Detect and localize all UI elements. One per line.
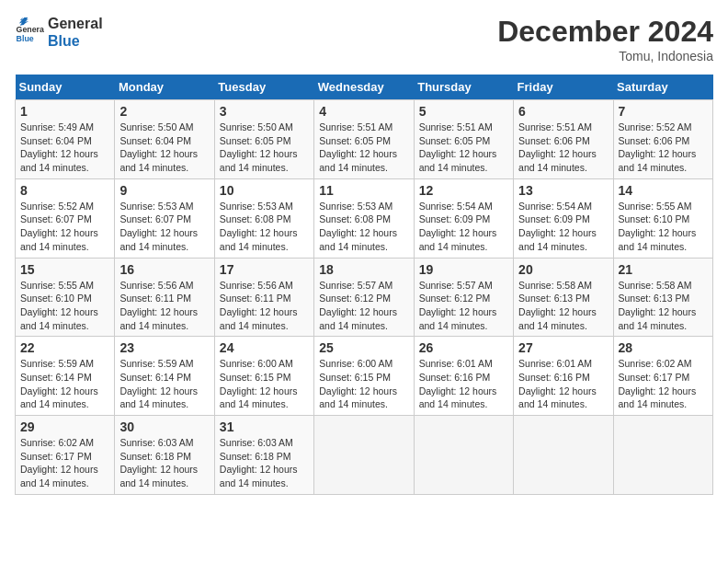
day-number: 4 xyxy=(319,104,408,119)
day-info: Sunrise: 6:03 AM Sunset: 6:18 PM Dayligh… xyxy=(220,436,309,490)
logo-text-general: General xyxy=(48,15,103,32)
day-info: Sunrise: 6:00 AM Sunset: 6:15 PM Dayligh… xyxy=(220,357,309,411)
calendar-cell: 30Sunrise: 6:03 AM Sunset: 6:18 PM Dayli… xyxy=(115,416,214,495)
calendar-cell: 8Sunrise: 5:52 AM Sunset: 6:07 PM Daylig… xyxy=(16,178,115,258)
day-number: 6 xyxy=(518,104,608,119)
calendar-cell: 29Sunrise: 6:02 AM Sunset: 6:17 PM Dayli… xyxy=(16,416,115,495)
day-number: 16 xyxy=(119,262,209,277)
day-info: Sunrise: 5:56 AM Sunset: 6:11 PM Dayligh… xyxy=(220,279,309,333)
day-number: 31 xyxy=(220,419,309,434)
day-info: Sunrise: 5:54 AM Sunset: 6:09 PM Dayligh… xyxy=(419,200,508,254)
day-number: 1 xyxy=(20,104,109,119)
calendar-week-2: 8Sunrise: 5:52 AM Sunset: 6:07 PM Daylig… xyxy=(16,178,713,258)
calendar-cell: 3Sunrise: 5:50 AM Sunset: 6:05 PM Daylig… xyxy=(214,100,313,179)
day-info: Sunrise: 5:55 AM Sunset: 6:10 PM Dayligh… xyxy=(20,279,109,333)
day-info: Sunrise: 6:02 AM Sunset: 6:17 PM Dayligh… xyxy=(20,436,109,490)
calendar-cell xyxy=(514,416,613,495)
calendar-cell: 28Sunrise: 6:02 AM Sunset: 6:17 PM Dayli… xyxy=(613,337,712,416)
day-info: Sunrise: 5:51 AM Sunset: 6:05 PM Dayligh… xyxy=(419,121,508,175)
calendar-cell: 1Sunrise: 5:49 AM Sunset: 6:04 PM Daylig… xyxy=(16,100,115,179)
header-day-thursday: Thursday xyxy=(414,75,513,100)
day-number: 28 xyxy=(619,340,708,355)
day-number: 22 xyxy=(20,340,109,355)
day-info: Sunrise: 5:49 AM Sunset: 6:04 PM Dayligh… xyxy=(20,121,109,175)
logo: General Blue General Blue xyxy=(15,15,103,50)
calendar-body: 1Sunrise: 5:49 AM Sunset: 6:04 PM Daylig… xyxy=(16,100,713,495)
day-info: Sunrise: 5:51 AM Sunset: 6:06 PM Dayligh… xyxy=(518,121,608,175)
day-number: 26 xyxy=(419,340,508,355)
day-number: 30 xyxy=(119,419,209,434)
day-number: 2 xyxy=(119,104,209,119)
day-info: Sunrise: 5:54 AM Sunset: 6:09 PM Dayligh… xyxy=(518,200,608,254)
day-info: Sunrise: 5:59 AM Sunset: 6:14 PM Dayligh… xyxy=(20,357,109,411)
day-info: Sunrise: 6:00 AM Sunset: 6:15 PM Dayligh… xyxy=(319,357,408,411)
day-number: 13 xyxy=(518,183,608,198)
calendar-cell xyxy=(613,416,712,495)
calendar-cell: 5Sunrise: 5:51 AM Sunset: 6:05 PM Daylig… xyxy=(414,100,513,179)
day-info: Sunrise: 5:52 AM Sunset: 6:07 PM Dayligh… xyxy=(20,200,109,254)
day-number: 15 xyxy=(20,262,109,277)
day-number: 12 xyxy=(419,183,508,198)
calendar-cell xyxy=(414,416,513,495)
calendar-cell: 25Sunrise: 6:00 AM Sunset: 6:15 PM Dayli… xyxy=(314,337,414,416)
day-info: Sunrise: 5:53 AM Sunset: 6:08 PM Dayligh… xyxy=(220,200,309,254)
day-number: 23 xyxy=(119,340,209,355)
day-number: 9 xyxy=(119,183,209,198)
calendar-cell: 11Sunrise: 5:53 AM Sunset: 6:08 PM Dayli… xyxy=(314,178,414,258)
day-number: 19 xyxy=(419,262,508,277)
day-number: 24 xyxy=(220,340,309,355)
day-number: 25 xyxy=(319,340,408,355)
calendar-table: SundayMondayTuesdayWednesdayThursdayFrid… xyxy=(15,75,713,495)
logo-text-blue: Blue xyxy=(48,32,103,50)
calendar-cell: 31Sunrise: 6:03 AM Sunset: 6:18 PM Dayli… xyxy=(214,416,313,495)
header-day-sunday: Sunday xyxy=(16,75,115,100)
calendar-cell: 14Sunrise: 5:55 AM Sunset: 6:10 PM Dayli… xyxy=(613,178,712,258)
day-info: Sunrise: 5:53 AM Sunset: 6:08 PM Dayligh… xyxy=(319,200,408,254)
day-info: Sunrise: 5:50 AM Sunset: 6:05 PM Dayligh… xyxy=(220,121,309,175)
day-info: Sunrise: 5:52 AM Sunset: 6:06 PM Dayligh… xyxy=(619,121,708,175)
calendar-cell: 20Sunrise: 5:58 AM Sunset: 6:13 PM Dayli… xyxy=(514,258,613,337)
calendar-cell: 10Sunrise: 5:53 AM Sunset: 6:08 PM Dayli… xyxy=(214,178,313,258)
header-day-friday: Friday xyxy=(514,75,613,100)
day-number: 8 xyxy=(20,183,109,198)
calendar-cell: 12Sunrise: 5:54 AM Sunset: 6:09 PM Dayli… xyxy=(414,178,513,258)
location: Tomu, Indonesia xyxy=(497,49,713,63)
day-number: 27 xyxy=(518,340,608,355)
header-day-monday: Monday xyxy=(115,75,214,100)
day-number: 7 xyxy=(619,104,708,119)
day-info: Sunrise: 5:57 AM Sunset: 6:12 PM Dayligh… xyxy=(419,279,508,333)
day-info: Sunrise: 5:55 AM Sunset: 6:10 PM Dayligh… xyxy=(619,200,708,254)
day-number: 18 xyxy=(319,262,408,277)
calendar-cell: 2Sunrise: 5:50 AM Sunset: 6:04 PM Daylig… xyxy=(115,100,214,179)
day-info: Sunrise: 5:56 AM Sunset: 6:11 PM Dayligh… xyxy=(119,279,209,333)
day-info: Sunrise: 6:02 AM Sunset: 6:17 PM Dayligh… xyxy=(619,357,708,411)
day-info: Sunrise: 5:58 AM Sunset: 6:13 PM Dayligh… xyxy=(518,279,608,333)
day-number: 5 xyxy=(419,104,508,119)
header-day-saturday: Saturday xyxy=(613,75,712,100)
calendar-cell: 6Sunrise: 5:51 AM Sunset: 6:06 PM Daylig… xyxy=(514,100,613,179)
calendar-cell: 13Sunrise: 5:54 AM Sunset: 6:09 PM Dayli… xyxy=(514,178,613,258)
svg-text:Blue: Blue xyxy=(17,34,34,43)
day-number: 21 xyxy=(619,262,708,277)
calendar-header-row: SundayMondayTuesdayWednesdayThursdayFrid… xyxy=(16,75,713,100)
calendar-cell: 17Sunrise: 5:56 AM Sunset: 6:11 PM Dayli… xyxy=(214,258,313,337)
day-number: 29 xyxy=(20,419,109,434)
calendar-cell: 9Sunrise: 5:53 AM Sunset: 6:07 PM Daylig… xyxy=(115,178,214,258)
day-number: 10 xyxy=(220,183,309,198)
calendar-week-4: 22Sunrise: 5:59 AM Sunset: 6:14 PM Dayli… xyxy=(16,337,713,416)
day-info: Sunrise: 6:01 AM Sunset: 6:16 PM Dayligh… xyxy=(419,357,508,411)
calendar-cell: 15Sunrise: 5:55 AM Sunset: 6:10 PM Dayli… xyxy=(16,258,115,337)
header-day-wednesday: Wednesday xyxy=(314,75,414,100)
page-header: General Blue General Blue December 2024 … xyxy=(15,15,713,63)
calendar-cell: 4Sunrise: 5:51 AM Sunset: 6:05 PM Daylig… xyxy=(314,100,414,179)
calendar-cell: 24Sunrise: 6:00 AM Sunset: 6:15 PM Dayli… xyxy=(214,337,313,416)
calendar-cell: 19Sunrise: 5:57 AM Sunset: 6:12 PM Dayli… xyxy=(414,258,513,337)
title-block: December 2024 Tomu, Indonesia xyxy=(497,15,713,63)
day-info: Sunrise: 5:51 AM Sunset: 6:05 PM Dayligh… xyxy=(319,121,408,175)
calendar-cell xyxy=(314,416,414,495)
day-info: Sunrise: 5:59 AM Sunset: 6:14 PM Dayligh… xyxy=(119,357,209,411)
calendar-cell: 16Sunrise: 5:56 AM Sunset: 6:11 PM Dayli… xyxy=(115,258,214,337)
day-number: 20 xyxy=(518,262,608,277)
calendar-cell: 21Sunrise: 5:58 AM Sunset: 6:13 PM Dayli… xyxy=(613,258,712,337)
day-info: Sunrise: 5:57 AM Sunset: 6:12 PM Dayligh… xyxy=(319,279,408,333)
